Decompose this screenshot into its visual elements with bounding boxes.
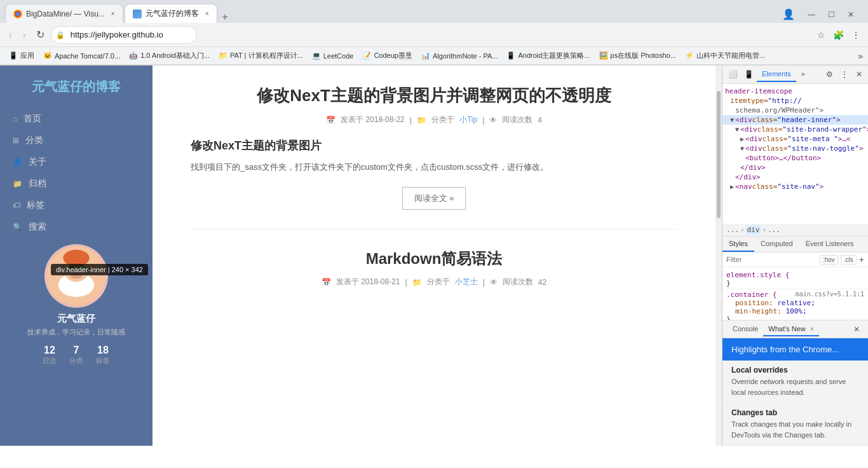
styles-filter-input[interactable] xyxy=(726,256,817,263)
dom-line-4[interactable]: ▼ <div class= "header-inner" > xyxy=(722,115,868,125)
sidebar-item-archive[interactable]: 📁 归档 xyxy=(0,173,153,195)
new-tab-button[interactable]: + xyxy=(219,11,232,23)
console-item-overrides: Local overrides Override network request… xyxy=(722,361,868,403)
dom-line-1[interactable]: header-itemscope xyxy=(722,86,868,96)
tab-close-bigdatamine[interactable]: × xyxy=(111,10,115,17)
console-highlight[interactable]: Highlights from the Chrome... xyxy=(722,338,868,361)
tab-blog[interactable]: 元气蓝仔的博客 × xyxy=(125,4,217,23)
post-1-title[interactable]: 修改NexT主题的背景图片并调整网页的不透明度 xyxy=(191,85,677,107)
dom-line-11[interactable]: ▶ <nav class= "site-nav" > xyxy=(722,182,868,191)
devtools-more-button[interactable]: ⋮ xyxy=(837,68,851,81)
styles-tab-event-listeners[interactable]: Event Listeners xyxy=(799,237,860,252)
stat-categories-num: 7 xyxy=(74,345,79,356)
url-bar[interactable] xyxy=(51,26,197,44)
console-tab-whatsnew[interactable]: What's New × xyxy=(763,322,818,336)
more-bookmarks-button[interactable]: » xyxy=(858,51,863,61)
style-prop-position[interactable]: position: relative; xyxy=(735,299,815,307)
filter-cls-button[interactable]: .cls xyxy=(841,255,857,265)
menu-button[interactable]: ⋮ xyxy=(849,27,863,43)
styles-tab-styles[interactable]: Styles xyxy=(722,237,754,252)
style-source-container[interactable]: main.css?v=5.1.1:1 xyxy=(796,291,864,298)
refresh-button[interactable]: ↻ xyxy=(32,26,48,43)
bookmark-leetcode[interactable]: 💻 LeetCode xyxy=(308,49,358,63)
codeup-icon: 📝 xyxy=(362,52,371,60)
archive-icon: 📁 xyxy=(13,179,22,188)
dom-line-2[interactable]: itemtype="http:// xyxy=(722,96,868,106)
dom-tag-header: header-itemscope xyxy=(725,87,792,95)
devtools-mobile-button[interactable]: 📱 xyxy=(741,68,757,81)
post-2-title[interactable]: Markdown简易语法 xyxy=(191,249,677,269)
bookmark-codeup[interactable]: 📝 Codeup墨垦 xyxy=(358,49,416,63)
user-profile-button[interactable]: 👤 xyxy=(778,6,799,23)
devtools-close-button[interactable]: ✕ xyxy=(853,68,865,81)
whatsnew-close[interactable]: × xyxy=(810,326,814,333)
bookmark-android2[interactable]: 📱 Android主题更换策略... xyxy=(503,49,593,63)
bookmark-apps-label: 应用 xyxy=(20,51,34,60)
dom-line-7[interactable]: ▼ <div class= "site-nav-toggle" > xyxy=(722,144,868,153)
bookmark-star-button[interactable]: ☆ xyxy=(815,27,828,43)
dom-triangle-header-inner[interactable]: ▼ xyxy=(730,116,734,123)
scroll-thumb[interactable] xyxy=(717,91,721,218)
dom-line-10[interactable]: </div> xyxy=(722,172,868,182)
bookmark-pat[interactable]: 📁 PAT | 计算机程序设计... xyxy=(215,49,307,63)
scrollbar[interactable] xyxy=(715,65,722,446)
dom-line-8[interactable]: <button>…</button> xyxy=(722,153,868,163)
post-2-category-link[interactable]: 小芝士 xyxy=(455,277,478,287)
dom-line-6[interactable]: ▶ <div class= "site-meta " >…< xyxy=(722,134,868,144)
search-icon: 🔍 xyxy=(13,223,22,231)
filter-hov-button[interactable]: :hov xyxy=(820,255,838,265)
post-2-view-label: 阅读次数 xyxy=(503,277,533,287)
post-1-category-label: 分类于 xyxy=(431,114,454,125)
devtools-tab-more[interactable]: » xyxy=(796,67,810,82)
bookmark-algorithm[interactable]: 📊 AlgorithmNote - PA... xyxy=(417,49,502,63)
dom-line-9[interactable]: </div> xyxy=(722,163,868,172)
back-button[interactable]: ‹ xyxy=(5,27,16,43)
sidebar-item-tags[interactable]: 🏷 标签 xyxy=(0,195,153,216)
filter-add-button[interactable]: + xyxy=(859,254,864,265)
sidebar-item-search[interactable]: 🔍 搜索 xyxy=(0,216,153,238)
post-1-read-more[interactable]: 阅读全文 » xyxy=(402,187,466,210)
tab-bigdatamine[interactable]: BigDataMine/ — Visu... × xyxy=(5,4,123,23)
dom-tag-close-toggle: > xyxy=(859,144,864,153)
style-selector-container[interactable]: .container { xyxy=(726,291,776,299)
bookmark-tomcat[interactable]: 🐱 Apache Tomcat/7.0... xyxy=(39,49,124,63)
minimize-button[interactable]: — xyxy=(804,8,819,22)
breadcrumb-dots2[interactable]: ... xyxy=(768,226,780,234)
style-brace-container: } xyxy=(726,315,731,320)
sidebar-item-home[interactable]: ⌂ 首页 xyxy=(0,108,153,130)
bookmark-ps[interactable]: 🖼️ ps在线版 Photosho... xyxy=(595,49,680,63)
post-1-body: 找到项目下的_sass文件夹，打开该文件夹下的custom文件夹，点击custo… xyxy=(191,160,677,174)
bookmark-energy[interactable]: ⚡ 山科中天节能用电管... xyxy=(681,49,769,63)
console-tab-console[interactable]: Console xyxy=(728,322,763,336)
tab-close-blog[interactable]: × xyxy=(205,10,209,17)
browser-chrome: BigDataMine/ — Visu... × 元气蓝仔的博客 × + 👤 —… xyxy=(0,0,868,65)
bookmark-apps[interactable]: 📱 应用 xyxy=(5,49,38,63)
dom-triangle-toggle[interactable]: ▼ xyxy=(740,145,744,152)
dom-triangle-meta[interactable]: ▶ xyxy=(740,135,744,142)
dom-attr-class-header: class= xyxy=(752,116,778,124)
maximize-button[interactable]: ☐ xyxy=(824,8,839,22)
post-1-category-link[interactable]: 小Tip xyxy=(459,114,477,125)
devtools-inspect-button[interactable]: ⬜ xyxy=(725,68,741,81)
styles-tab-computed[interactable]: Computed xyxy=(754,237,799,252)
bookmark-android[interactable]: 🤖 1.0 Android基础入门... xyxy=(125,49,214,63)
breadcrumb-div[interactable]: div xyxy=(746,226,761,234)
sidebar-item-category[interactable]: ⊞ 分类 xyxy=(0,130,153,151)
breadcrumb-dots[interactable]: ... xyxy=(726,226,739,234)
stat-posts: 12 日志 xyxy=(43,345,57,366)
style-selector-element[interactable]: element.style { xyxy=(726,271,789,279)
dom-line-5[interactable]: ▼ <div class= "site-brand-wrapper" > xyxy=(722,125,868,134)
dom-triangle-nav[interactable]: ▶ xyxy=(730,183,734,190)
dom-line-3[interactable]: schema.org/WPHeader"> xyxy=(722,106,868,115)
pat-icon: 📁 xyxy=(219,52,227,60)
devtools-settings-button[interactable]: ⚙ xyxy=(823,68,836,81)
console-close-button[interactable]: ✕ xyxy=(850,323,863,336)
close-button[interactable]: ✕ xyxy=(844,8,858,22)
forward-button[interactable]: › xyxy=(18,27,29,43)
extensions-button[interactable]: 🧩 xyxy=(831,27,846,43)
sidebar-item-about[interactable]: 👤 关于 xyxy=(0,151,153,173)
devtools-tab-elements[interactable]: Elements xyxy=(757,67,796,82)
bookmark-tomcat-label: Apache Tomcat/7.0... xyxy=(55,52,120,60)
style-prop-minheight[interactable]: min-height: 100%; xyxy=(735,307,807,315)
dom-triangle-brand[interactable]: ▼ xyxy=(735,126,739,133)
